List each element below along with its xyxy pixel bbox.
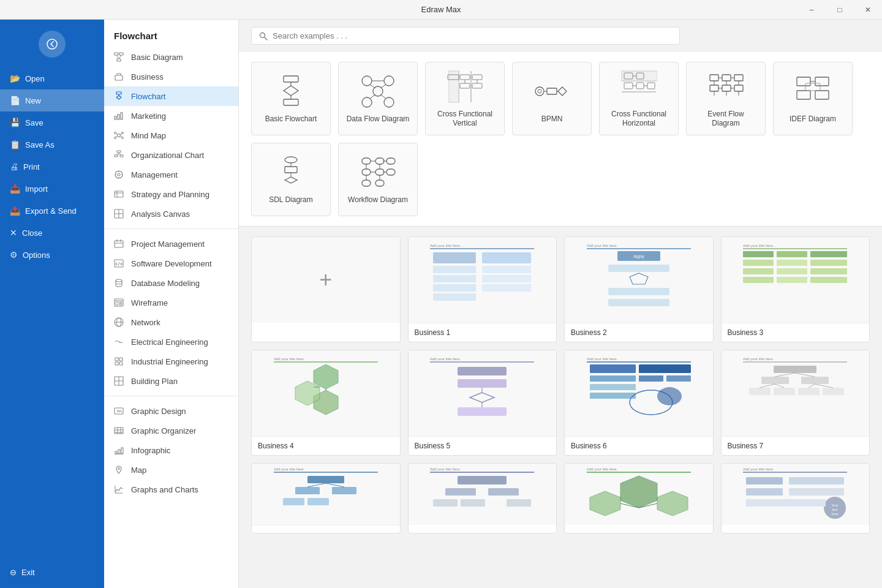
svg-rect-205 (458, 367, 507, 375)
sidebar-item-building[interactable]: Building Plan (104, 371, 238, 391)
sidebar-item-import[interactable]: 📥 Import (0, 178, 104, 200)
back-button[interactable] (39, 31, 66, 58)
svg-rect-152 (375, 180, 384, 186)
sidebar-item-basic-diagram[interactable]: Basic Diagram (104, 47, 238, 67)
svg-point-83 (384, 76, 394, 86)
template-card-business3[interactable]: Add your title here... (721, 236, 870, 342)
sidebar-item-save-as[interactable]: 📋 Save As (0, 134, 104, 156)
sidebar-item-graphic-design[interactable]: Graphic Design (104, 401, 238, 421)
svg-text:Add your title here.: Add your title here. (743, 357, 774, 361)
idef-icon (794, 73, 831, 110)
svg-point-142 (285, 157, 297, 163)
svg-rect-253 (507, 499, 531, 507)
sidebar-item-electrical[interactable]: Electrical Engineering (104, 332, 238, 352)
diagram-type-basic-flowchart[interactable]: Basic Flowchart (251, 62, 331, 135)
sidebar-item-close[interactable]: ✕ Close (0, 222, 104, 244)
sidebar-item-graphs-charts[interactable]: Graphs and Charts (104, 480, 238, 499)
infographic-icon (114, 445, 125, 455)
svg-rect-227 (749, 388, 771, 395)
sidebar-item-open[interactable]: 📂 Open (0, 67, 104, 89)
sidebar-item-industrial[interactable]: Industrial Engineering (104, 352, 238, 371)
open-icon: 📂 (10, 74, 20, 83)
svg-rect-219 (590, 393, 636, 399)
sidebar-item-graphic-organizer[interactable]: Graphic Organizer (104, 421, 238, 440)
minimize-button[interactable]: – (797, 0, 826, 20)
svg-rect-217 (666, 375, 691, 382)
sidebar-item-new[interactable]: 📄 New (0, 89, 104, 111)
template-card-business9[interactable]: Add your title here. (408, 463, 557, 533)
sidebar-item-org-chart[interactable]: Organizational Chart (104, 145, 238, 165)
template-card-business2[interactable]: Add your title here. Apply Business 2 (564, 236, 714, 342)
svg-rect-79 (284, 99, 298, 105)
template-card-new[interactable]: + (251, 236, 401, 342)
svg-line-21 (121, 137, 123, 138)
business7-label: Business 7 (722, 436, 870, 455)
software-dev-icon (114, 258, 125, 268)
diagram-type-data-flow[interactable]: Data Flow Diagram (338, 62, 418, 135)
sidebar-item-print[interactable]: 🖨 Print (0, 156, 104, 178)
template-card-business10[interactable]: Add your title here. (564, 463, 714, 533)
svg-rect-170 (482, 252, 531, 263)
electrical-icon (114, 337, 125, 347)
svg-rect-34 (115, 191, 123, 197)
sidebar-item-save[interactable]: 💾 Save (0, 111, 104, 134)
template-card-business8[interactable]: Add your title here. (251, 463, 401, 533)
template-card-business11[interactable]: Add your title here. Your text here (721, 463, 870, 533)
svg-rect-191 (777, 268, 807, 274)
svg-point-82 (362, 76, 372, 86)
sidebar-item-marketing[interactable]: Marketing (104, 106, 238, 126)
sidebar-item-database[interactable]: Database Modeling (104, 273, 238, 293)
svg-rect-264 (746, 477, 783, 484)
sidebar-item-flowchart[interactable]: Flowchart (104, 86, 238, 106)
svg-rect-6 (115, 75, 123, 80)
svg-rect-171 (482, 266, 531, 273)
svg-rect-123 (734, 75, 743, 81)
svg-line-233 (760, 384, 775, 388)
svg-rect-190 (777, 260, 807, 266)
svg-point-46 (116, 279, 122, 282)
diagram-type-workflow[interactable]: Workflow Diagram (338, 143, 418, 216)
sidebar-item-analysis[interactable]: Analysis Canvas (104, 204, 238, 224)
svg-rect-97 (472, 75, 482, 80)
sidebar-item-software-dev[interactable]: Software Development (104, 254, 238, 273)
sidebar-item-business[interactable]: Business (104, 67, 238, 86)
template-card-business4[interactable]: Add your title here. Business 4 (251, 350, 401, 456)
wireframe-icon (114, 298, 125, 307)
template-card-business5[interactable]: Add your title here. Business 5 (408, 350, 557, 456)
svg-rect-138 (815, 91, 829, 99)
sidebar-item-options[interactable]: ⚙ Options (0, 244, 104, 266)
template-card-business6[interactable]: Add your title here. (564, 350, 714, 456)
diagram-type-event-flow[interactable]: Event Flow Diagram (686, 62, 766, 135)
business8-label (252, 525, 400, 533)
sidebar-item-mind-map[interactable]: Mind Map (104, 126, 238, 145)
sidebar-item-network[interactable]: Network (104, 312, 238, 332)
sidebar-item-export[interactable]: 📤 Export & Send (0, 200, 104, 222)
sidebar-item-exit[interactable]: ⊖ Exit (0, 562, 104, 583)
sidebar-item-infographic[interactable]: Infographic (104, 440, 238, 460)
sidebar-item-map[interactable]: Map (104, 460, 238, 480)
svg-point-29 (118, 173, 120, 176)
search-input[interactable] (273, 31, 672, 40)
diagram-type-sdl[interactable]: SDL Diagram (251, 143, 331, 216)
template-card-business1[interactable]: Add your title here... (408, 236, 557, 342)
diagram-type-cross-functional-h[interactable]: Cross Functional Horizontal (599, 62, 679, 135)
svg-line-88 (370, 85, 375, 88)
svg-line-236 (815, 384, 833, 388)
close-button[interactable]: ✕ (854, 0, 882, 20)
svg-point-85 (384, 97, 394, 107)
diagram-type-cross-functional-v[interactable]: Cross Functional Vertical (425, 62, 505, 135)
sidebar-item-project-mgmt[interactable]: Project Management (104, 234, 238, 254)
diagram-type-idef[interactable]: IDEF Diagram (773, 62, 853, 135)
sidebar-item-strategy[interactable]: Strategy and Planning (104, 184, 238, 204)
svg-text:Add your title here.: Add your title here. (274, 357, 305, 361)
template-card-business7[interactable]: Add your title here. (721, 350, 870, 456)
svg-rect-239 (307, 476, 344, 483)
maximize-button[interactable]: □ (826, 0, 854, 20)
sidebar-item-management[interactable]: Management (104, 165, 238, 184)
sidebar-item-wireframe[interactable]: Wireframe (104, 293, 238, 312)
svg-point-84 (362, 97, 372, 107)
business6-thumb: Add your title here. (565, 350, 713, 436)
svg-rect-124 (734, 85, 743, 91)
diagram-type-bpmn[interactable]: BPMN (512, 62, 592, 135)
svg-line-234 (775, 384, 784, 388)
